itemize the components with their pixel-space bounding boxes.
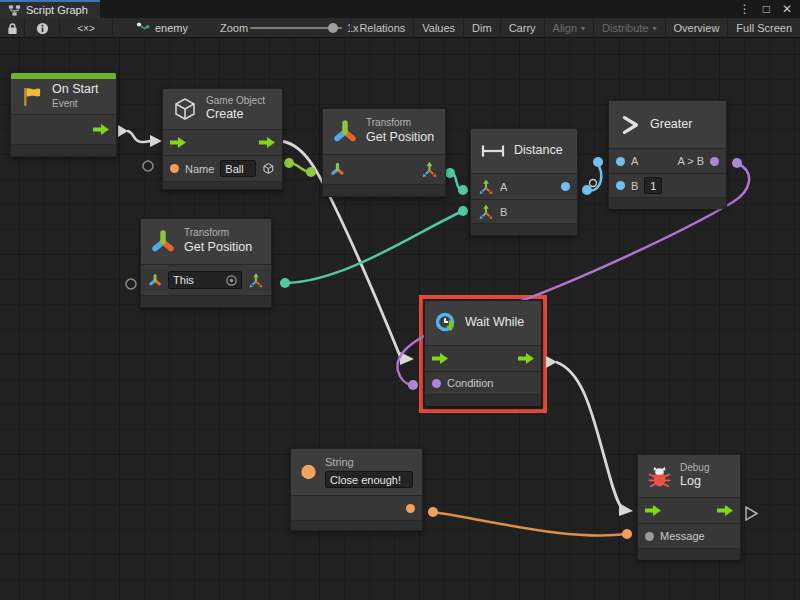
node-on-start[interactable]: On Start Event [10, 72, 117, 157]
flow-output-port[interactable] [93, 124, 109, 135]
result-output-port[interactable] [710, 157, 719, 166]
output-label: A > B [677, 155, 704, 167]
code-view-button[interactable]: <×> [60, 18, 113, 38]
node-footer [323, 184, 445, 196]
input-port-b[interactable] [616, 181, 625, 190]
vector3-input-port-b[interactable] [478, 204, 494, 220]
port-label: Message [660, 530, 705, 542]
vector3-output-port[interactable] [421, 161, 438, 178]
vector3-input-port-a[interactable] [478, 179, 494, 195]
flow-input-port[interactable] [432, 353, 448, 364]
transform-icon [150, 229, 176, 255]
toolbar-button-relations[interactable]: Relations [350, 18, 413, 38]
distance-icon [480, 143, 506, 159]
flow-output-port[interactable] [259, 137, 275, 148]
toolbar-button-distribute[interactable]: Distribute▾ [593, 18, 664, 38]
zoom-slider[interactable] [250, 27, 342, 29]
node-title: String [325, 456, 413, 470]
string-icon [300, 460, 317, 484]
node-subtitle: Transform [366, 117, 434, 130]
node-subtitle: Game Object [206, 95, 265, 108]
transform-input-port[interactable] [148, 273, 162, 288]
node-footer [425, 394, 541, 406]
port-label: Name [185, 163, 214, 175]
node-footer [163, 181, 282, 189]
toolbar-button-values[interactable]: Values [413, 18, 463, 38]
toolbar-button-dim[interactable]: Dim [463, 18, 500, 38]
node-title: Get Position [366, 130, 434, 146]
node-title: On Start [52, 82, 99, 98]
script-graph-window: Script Graph ⋮ □ ✕ <×> [0, 0, 800, 600]
string-value-field[interactable] [325, 471, 413, 488]
wait-clock-icon [434, 311, 458, 335]
toolbar-button-fullscreen[interactable]: Full Screen [727, 18, 800, 38]
node-distance[interactable]: Distance A B [470, 128, 578, 236]
node-subtitle: Transform [184, 227, 252, 240]
node-footer [638, 548, 740, 560]
flow-input-port[interactable] [645, 505, 661, 516]
port-label: A [500, 181, 507, 193]
toolbar-button-carry[interactable]: Carry [500, 18, 544, 38]
node-debug-log[interactable]: Debug Log Message [637, 454, 741, 560]
node-title: Get Position [184, 240, 252, 256]
target-object-field[interactable] [168, 271, 242, 289]
node-get-position-this[interactable]: Transform Get Position [140, 218, 272, 308]
node-wait-while[interactable]: Wait While Condition [424, 300, 542, 406]
node-get-position-ball[interactable]: Transform Get Position [322, 108, 446, 197]
chevron-down-icon: ▾ [581, 24, 585, 33]
condition-input-port[interactable] [432, 379, 441, 388]
graph-name: enemy [155, 22, 188, 34]
flow-output-port[interactable] [518, 353, 534, 364]
node-title: Create [206, 107, 265, 123]
chevron-down-icon: ▾ [653, 24, 657, 33]
vector3-output-port[interactable] [248, 272, 264, 289]
node-footer [291, 520, 422, 530]
string-output-port[interactable] [406, 504, 415, 513]
graph-reference[interactable]: enemy [136, 18, 188, 38]
node-subtitle: Debug [680, 462, 709, 475]
tab-bar: Script Graph ⋮ □ ✕ [0, 0, 800, 18]
bug-icon [647, 464, 672, 489]
transform-input-port[interactable] [330, 162, 345, 177]
zoom-slider-handle[interactable] [328, 23, 338, 33]
window-menu-icon[interactable]: ⋮ [739, 2, 751, 16]
tab-script-graph[interactable]: Script Graph [0, 0, 100, 18]
name-input-port[interactable] [170, 164, 179, 173]
node-footer [609, 197, 726, 209]
target-value-input[interactable] [173, 274, 225, 286]
toolbar-button-overview[interactable]: Overview [665, 18, 728, 38]
graph-hierarchy-icon [8, 4, 21, 17]
port-label: B [500, 206, 507, 218]
message-input-port[interactable] [645, 532, 654, 541]
greater-icon [618, 113, 642, 137]
window-close-icon[interactable]: ✕ [782, 2, 792, 16]
window-maximize-icon[interactable]: □ [763, 2, 770, 16]
game-object-output-port[interactable] [262, 161, 275, 176]
info-icon [36, 22, 49, 35]
node-footer [471, 223, 577, 235]
node-footer [141, 295, 271, 307]
node-string-literal[interactable]: String [290, 448, 423, 531]
graph-ref-icon [136, 21, 150, 35]
node-create-game-object[interactable]: Game Object Create Name [162, 88, 283, 190]
input-port-a[interactable] [616, 157, 625, 166]
tab-title: Script Graph [26, 4, 88, 16]
lock-button[interactable] [0, 18, 25, 38]
lock-icon [7, 22, 18, 35]
b-value-field[interactable] [644, 177, 662, 194]
distance-output-port[interactable] [561, 182, 570, 191]
flow-output-port[interactable] [717, 505, 733, 516]
object-picker-icon[interactable] [225, 274, 238, 287]
toolbar-button-align[interactable]: Align▾ [544, 18, 593, 38]
node-subtitle: Event [52, 98, 99, 111]
transform-icon [332, 119, 358, 145]
node-greater[interactable]: Greater A A > B B [608, 100, 727, 208]
node-footer [11, 144, 116, 156]
node-title: Distance [514, 143, 563, 159]
flow-input-port[interactable] [170, 137, 186, 148]
code-icon: <×> [77, 23, 95, 34]
name-value-field[interactable] [220, 160, 256, 177]
graph-toolbar: <×> enemy Zoom 1x Relations Values Dim C… [0, 18, 800, 38]
flag-icon [20, 85, 44, 109]
info-button[interactable] [25, 18, 60, 38]
